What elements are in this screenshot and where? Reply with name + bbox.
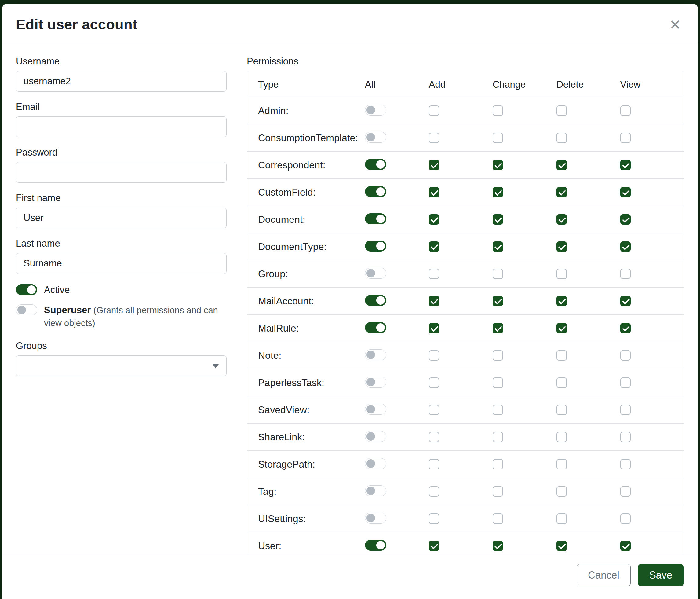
permission-all-toggle[interactable]	[365, 322, 386, 333]
permission-change-checkbox[interactable]	[493, 105, 503, 116]
permission-row: MailRule:	[247, 315, 684, 342]
permission-add-checkbox[interactable]	[429, 160, 439, 170]
permission-view-checkbox[interactable]	[620, 105, 631, 116]
last-name-input[interactable]	[16, 253, 227, 274]
permission-change-checkbox[interactable]	[493, 541, 503, 551]
permission-view-checkbox[interactable]	[620, 269, 631, 279]
username-input[interactable]	[16, 71, 227, 92]
permission-add-checkbox[interactable]	[429, 378, 439, 388]
permission-all-toggle[interactable]	[365, 132, 386, 143]
permission-all-toggle[interactable]	[365, 268, 386, 279]
permission-delete-checkbox[interactable]	[556, 405, 567, 415]
permission-change-checkbox[interactable]	[493, 486, 503, 497]
permission-all-toggle[interactable]	[365, 485, 386, 496]
permission-all-toggle[interactable]	[365, 159, 386, 170]
permission-view-checkbox[interactable]	[620, 241, 631, 252]
permission-change-checkbox[interactable]	[493, 269, 503, 279]
permission-all-toggle[interactable]	[365, 431, 386, 442]
permission-delete-checkbox[interactable]	[556, 513, 567, 524]
permission-view-checkbox[interactable]	[620, 296, 631, 306]
permission-all-toggle[interactable]	[365, 213, 386, 224]
permission-add-checkbox[interactable]	[429, 323, 439, 333]
permissions-section: Permissions Type All Add Change Delete V…	[247, 56, 684, 543]
permission-delete-checkbox[interactable]	[556, 105, 567, 116]
first-name-input[interactable]	[16, 208, 227, 228]
permission-view-checkbox[interactable]	[620, 459, 631, 470]
permission-view-checkbox[interactable]	[620, 432, 631, 442]
permission-type-label: Document:	[247, 206, 365, 233]
permission-change-checkbox[interactable]	[493, 405, 503, 415]
permission-all-toggle[interactable]	[365, 186, 386, 197]
permission-delete-checkbox[interactable]	[556, 350, 567, 361]
permission-delete-checkbox[interactable]	[556, 269, 567, 279]
permission-add-checkbox[interactable]	[429, 269, 439, 279]
permission-view-checkbox[interactable]	[620, 350, 631, 361]
permission-delete-checkbox[interactable]	[556, 241, 567, 252]
permission-all-toggle[interactable]	[365, 404, 386, 415]
permission-change-checkbox[interactable]	[493, 160, 503, 170]
permission-change-checkbox[interactable]	[493, 296, 503, 306]
permission-delete-checkbox[interactable]	[556, 187, 567, 197]
permission-type-label: ConsumptionTemplate:	[247, 124, 365, 151]
permission-delete-checkbox[interactable]	[556, 160, 567, 170]
active-toggle[interactable]	[16, 284, 37, 295]
permission-view-checkbox[interactable]	[620, 541, 631, 551]
permission-change-checkbox[interactable]	[493, 241, 503, 252]
permission-delete-checkbox[interactable]	[556, 541, 567, 551]
close-icon[interactable]: ✕	[666, 16, 684, 33]
permission-all-toggle[interactable]	[365, 540, 386, 551]
permission-add-checkbox[interactable]	[429, 187, 439, 197]
permission-view-checkbox[interactable]	[620, 405, 631, 415]
permission-change-checkbox[interactable]	[493, 323, 503, 333]
permission-change-checkbox[interactable]	[493, 133, 503, 143]
permission-view-checkbox[interactable]	[620, 214, 631, 224]
permission-delete-checkbox[interactable]	[556, 133, 567, 143]
permission-delete-checkbox[interactable]	[556, 486, 567, 497]
permission-add-checkbox[interactable]	[429, 350, 439, 361]
permission-add-checkbox[interactable]	[429, 432, 439, 442]
permission-add-checkbox[interactable]	[429, 105, 439, 116]
permission-change-checkbox[interactable]	[493, 459, 503, 470]
permission-add-checkbox[interactable]	[429, 133, 439, 143]
cancel-button[interactable]: Cancel	[577, 564, 631, 586]
permission-delete-checkbox[interactable]	[556, 432, 567, 442]
permission-change-checkbox[interactable]	[493, 513, 503, 524]
email-field[interactable]	[16, 116, 227, 137]
permission-add-checkbox[interactable]	[429, 486, 439, 497]
permission-delete-checkbox[interactable]	[556, 296, 567, 306]
permission-add-checkbox[interactable]	[429, 214, 439, 224]
permission-add-checkbox[interactable]	[429, 459, 439, 470]
permission-view-checkbox[interactable]	[620, 187, 631, 197]
permission-add-checkbox[interactable]	[429, 513, 439, 524]
save-button[interactable]: Save	[638, 564, 683, 586]
permission-all-toggle[interactable]	[365, 377, 386, 387]
permission-change-checkbox[interactable]	[493, 432, 503, 442]
permission-view-checkbox[interactable]	[620, 378, 631, 388]
permission-view-checkbox[interactable]	[620, 133, 631, 143]
permission-all-toggle[interactable]	[365, 295, 386, 306]
permission-delete-checkbox[interactable]	[556, 214, 567, 224]
groups-select[interactable]	[16, 355, 227, 376]
permission-all-toggle[interactable]	[365, 512, 386, 524]
permission-change-checkbox[interactable]	[493, 214, 503, 224]
permission-change-checkbox[interactable]	[493, 378, 503, 388]
permission-all-toggle[interactable]	[365, 458, 386, 469]
permission-all-toggle[interactable]	[365, 349, 386, 360]
permission-delete-checkbox[interactable]	[556, 323, 567, 333]
permission-add-checkbox[interactable]	[429, 541, 439, 551]
permission-view-checkbox[interactable]	[620, 513, 631, 524]
password-field[interactable]	[16, 162, 227, 183]
permission-delete-checkbox[interactable]	[556, 459, 567, 470]
permission-change-checkbox[interactable]	[493, 187, 503, 197]
permission-add-checkbox[interactable]	[429, 296, 439, 306]
permission-add-checkbox[interactable]	[429, 241, 439, 252]
permission-add-checkbox[interactable]	[429, 405, 439, 415]
superuser-toggle[interactable]	[16, 304, 37, 315]
permission-all-toggle[interactable]	[365, 104, 386, 116]
permission-change-checkbox[interactable]	[493, 350, 503, 361]
permission-view-checkbox[interactable]	[620, 486, 631, 497]
permission-view-checkbox[interactable]	[620, 160, 631, 170]
permission-view-checkbox[interactable]	[620, 323, 631, 333]
permission-delete-checkbox[interactable]	[556, 378, 567, 388]
permission-all-toggle[interactable]	[365, 241, 386, 251]
